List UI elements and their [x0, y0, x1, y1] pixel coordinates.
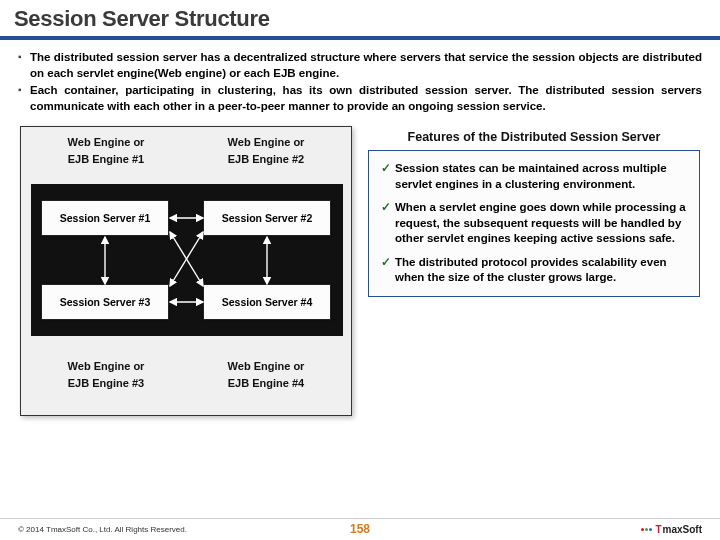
session-server-4: Session Server #4 [203, 284, 331, 320]
title-bar: Session Server Structure [0, 0, 720, 36]
engine-label-3: Web Engine or EJB Engine #3 [34, 358, 178, 392]
logo: TmaxSoft [641, 524, 702, 535]
page-number: 158 [350, 522, 370, 536]
engine-1-line1: Web Engine or [34, 134, 178, 151]
engine-2-line2: EJB Engine #2 [194, 151, 338, 168]
engine-4-line2: EJB Engine #4 [194, 375, 338, 392]
square-bullet-icon: ▪ [18, 50, 30, 81]
bullet-2-text: Each container, participating in cluster… [30, 83, 702, 114]
square-bullet-icon: ▪ [18, 83, 30, 114]
feature-1-text: Session states can be maintained across … [395, 161, 687, 192]
feature-1: ✓ Session states can be maintained acros… [381, 161, 687, 192]
bullet-2: ▪ Each container, participating in clust… [18, 83, 702, 114]
session-server-3: Session Server #3 [41, 284, 169, 320]
diagram: Web Engine or EJB Engine #1 Web Engine o… [20, 126, 352, 416]
features-title: Features of the Distributed Session Serv… [368, 126, 700, 150]
feature-3: ✓ The distributed protocol provides scal… [381, 255, 687, 286]
page-title: Session Server Structure [14, 6, 706, 32]
feature-3-text: The distributed protocol provides scalab… [395, 255, 687, 286]
engine-2-line1: Web Engine or [194, 134, 338, 151]
logo-dots-icon [641, 528, 652, 531]
copyright: © 2014 TmaxSoft Co., Ltd. All Rights Res… [18, 525, 187, 534]
check-icon: ✓ [381, 200, 395, 247]
bullet-1-text: The distributed session server has a dec… [30, 50, 702, 81]
engine-label-4: Web Engine or EJB Engine #4 [194, 358, 338, 392]
body-text: ▪ The distributed session server has a d… [0, 40, 720, 122]
bullet-1: ▪ The distributed session server has a d… [18, 50, 702, 81]
engine-label-2: Web Engine or EJB Engine #2 [194, 134, 338, 168]
features-panel: Features of the Distributed Session Serv… [368, 126, 700, 416]
check-icon: ✓ [381, 161, 395, 192]
session-server-1: Session Server #1 [41, 200, 169, 236]
engine-3-line1: Web Engine or [34, 358, 178, 375]
feature-2: ✓ When a servlet engine goes down while … [381, 200, 687, 247]
features-box: ✓ Session states can be maintained acros… [368, 150, 700, 297]
engine-label-1: Web Engine or EJB Engine #1 [34, 134, 178, 168]
logo-rest: maxSoft [663, 524, 702, 535]
content-row: Web Engine or EJB Engine #1 Web Engine o… [0, 122, 720, 416]
footer: © 2014 TmaxSoft Co., Ltd. All Rights Res… [0, 518, 720, 540]
engine-4-line1: Web Engine or [194, 358, 338, 375]
logo-t: T [655, 524, 661, 535]
engine-1-line2: EJB Engine #1 [34, 151, 178, 168]
engine-3-line2: EJB Engine #3 [34, 375, 178, 392]
session-server-2: Session Server #2 [203, 200, 331, 236]
feature-2-text: When a servlet engine goes down while pr… [395, 200, 687, 247]
check-icon: ✓ [381, 255, 395, 286]
